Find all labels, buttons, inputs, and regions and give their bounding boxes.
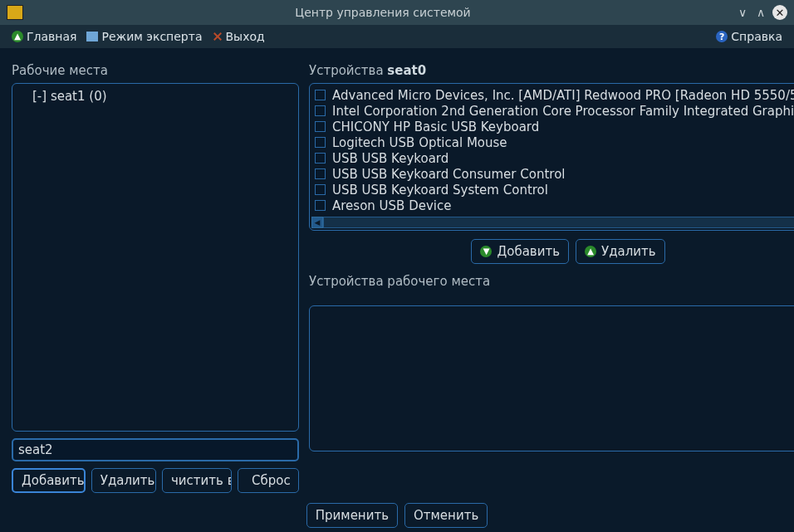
device-remove-button[interactable]: ▲ Удалить (576, 239, 665, 264)
maximize-icon[interactable]: ∧ (754, 6, 767, 19)
device-label: Advanced Micro Devices, Inc. [AMD/ATI] R… (332, 88, 794, 103)
seat-add-button[interactable]: Добавить (12, 468, 86, 493)
device-label: CHICONY HP Basic USB Keyboard (332, 120, 539, 134)
seat-delete-button[interactable]: Удалить (91, 468, 156, 493)
checkbox-icon[interactable] (315, 153, 326, 164)
device-label: USB USB Keykoard (332, 151, 448, 166)
seat-name-input[interactable] (12, 438, 299, 461)
seat-devices-header: Устройства рабочего места (309, 274, 794, 289)
seat0-devices-list[interactable]: Advanced Micro Devices, Inc. [AMD/ATI] R… (311, 87, 794, 217)
menu-exit-label: Выход (226, 30, 265, 43)
scroll-left-icon[interactable]: ◀ (311, 217, 323, 228)
arrow-up-icon: ▲ (585, 246, 596, 257)
h-scrollbar[interactable]: ◀ ▶ (311, 217, 794, 228)
checkbox-icon[interactable] (315, 121, 326, 132)
device-add-label: Добавить (497, 244, 560, 259)
close-icon[interactable]: ✕ (772, 5, 787, 20)
scroll-track[interactable] (323, 217, 794, 228)
seat-reset-button[interactable]: Сброс (238, 468, 299, 493)
device-label: Areson USB Device (332, 198, 451, 213)
window-title: Центр управления системой (30, 6, 736, 19)
seat-clear-button[interactable]: чистить вс (162, 468, 232, 493)
device-row[interactable]: Areson USB Device (311, 198, 794, 213)
menu-expert-label: Режим эксперта (101, 30, 202, 43)
device-row[interactable]: Advanced Micro Devices, Inc. [AMD/ATI] R… (311, 87, 794, 103)
apply-button[interactable]: Применить (306, 503, 398, 528)
menu-expert[interactable]: Режим эксперта (81, 28, 207, 45)
device-row[interactable]: Logitech USB Optical Mouse (311, 134, 794, 150)
arrow-up-icon: ▲ (12, 31, 23, 42)
arrow-down-icon: ▼ (480, 246, 492, 257)
device-label: Logitech USB Optical Mouse (332, 135, 507, 150)
device-label: Intel Corporation 2nd Generation Core Pr… (332, 104, 794, 119)
device-row[interactable]: USB USB Keykoard Consumer Control (311, 166, 794, 182)
menu-help-label: Справка (731, 30, 782, 43)
seats-tree-panel: [-] seat1 (0) (12, 83, 299, 432)
minimize-icon[interactable]: ∨ (736, 6, 749, 19)
menu-home[interactable]: ▲ Главная (7, 28, 81, 45)
device-label: USB USB Keykoard System Control (332, 183, 548, 198)
devices-header-seat: seat0 (387, 63, 426, 78)
help-icon: ? (716, 31, 728, 42)
checkbox-icon[interactable] (315, 200, 326, 211)
checkbox-icon[interactable] (315, 184, 326, 195)
device-row[interactable]: Intel Corporation 2nd Generation Core Pr… (311, 103, 794, 119)
exit-icon (213, 32, 223, 41)
device-row[interactable]: USB USB Keykoard (311, 150, 794, 166)
seat0-devices-panel: Advanced Micro Devices, Inc. [AMD/ATI] R… (309, 83, 794, 231)
device-row[interactable]: CHICONY HP Basic USB Keyboard (311, 119, 794, 134)
checkbox-icon[interactable] (315, 137, 326, 148)
app-icon (7, 5, 23, 20)
titlebar: Центр управления системой ∨ ∧ ✕ (0, 0, 794, 25)
menu-home-label: Главная (27, 30, 76, 43)
menu-exit[interactable]: Выход (208, 28, 270, 45)
device-label: USB USB Keykoard Consumer Control (332, 167, 566, 182)
device-add-button[interactable]: ▼ Добавить (471, 239, 569, 264)
cancel-button[interactable]: Отменить (404, 503, 488, 528)
menubar: ▲ Главная Режим эксперта Выход ? Справка (0, 25, 794, 48)
device-row[interactable]: USB USB Keykoard System Control (311, 182, 794, 198)
seats-header: Рабочие места (12, 63, 299, 78)
checkbox-icon[interactable] (315, 105, 326, 116)
checkbox-icon[interactable] (315, 168, 326, 179)
checkbox-icon[interactable] (315, 90, 326, 100)
device-remove-label: Удалить (601, 244, 656, 259)
menu-help[interactable]: ? Справка (711, 28, 787, 45)
seat-devices-panel[interactable] (309, 305, 794, 451)
tree-item-seat1[interactable]: [-] seat1 (0) (14, 87, 297, 105)
devices-header-prefix: Устройства (309, 63, 387, 78)
book-icon (86, 32, 98, 41)
devices-header: Устройства seat0 (309, 63, 794, 78)
seats-tree[interactable]: [-] seat1 (0) (14, 85, 297, 429)
